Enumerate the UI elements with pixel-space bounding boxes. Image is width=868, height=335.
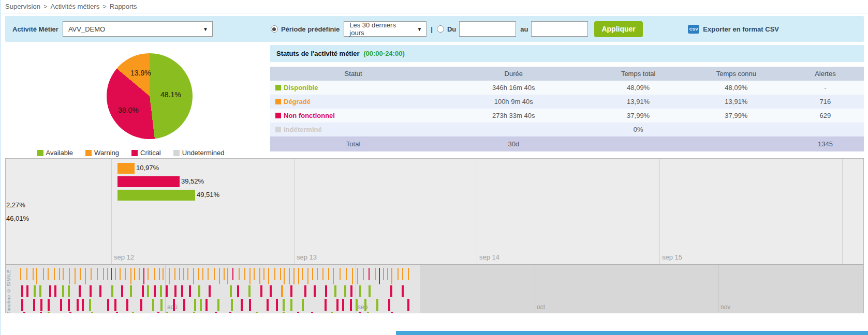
event-tick — [357, 268, 358, 284]
event-tick — [75, 268, 76, 284]
total-cell — [591, 136, 686, 151]
event-tick — [293, 268, 295, 284]
status-cell-total: 48,09% — [591, 81, 686, 95]
event-tick — [239, 268, 240, 280]
status-cell-duration: 100h 9m 40s — [436, 95, 591, 109]
timeline-overview-band[interactable]: Timeline © SIMILE aoûsepoctnov — [6, 264, 863, 313]
overview-future-shade — [420, 265, 863, 313]
event-tick — [20, 268, 21, 280]
legend-item-critical: Critical — [131, 149, 161, 157]
event-tick — [169, 268, 170, 284]
legend-label: Available — [46, 149, 73, 157]
from-date-input[interactable] — [459, 21, 516, 37]
event-tick — [157, 312, 159, 313]
event-tick — [198, 268, 199, 280]
event-tick — [54, 285, 56, 297]
activity-select[interactable]: AVV_DEMO ▼ — [63, 21, 213, 37]
event-tick — [193, 268, 194, 284]
export-csv-link[interactable]: CSV Exporter en format CSV — [688, 25, 779, 34]
event-tick — [179, 268, 180, 280]
timeline-bar-label: 49,51% — [197, 191, 219, 199]
day-gridline — [477, 159, 477, 264]
day-label: sep 13 — [297, 253, 317, 261]
day-label: sep 14 — [479, 253, 499, 261]
event-tick — [260, 285, 262, 297]
event-tick — [97, 268, 98, 280]
event-tick — [183, 268, 184, 280]
status-color-square — [275, 127, 281, 132]
total-cell: 1345 — [787, 136, 864, 151]
status-cell-duration: 273h 33m 40s — [436, 109, 591, 123]
timeline-bar-label: 39,52% — [181, 177, 204, 185]
chevron-down-icon: ▼ — [417, 26, 422, 32]
col-temps-total: Temps total — [591, 67, 686, 81]
custom-period-radio[interactable] — [437, 25, 444, 33]
event-tick — [121, 285, 123, 297]
event-tick — [54, 268, 55, 280]
event-tick — [391, 268, 392, 284]
event-tick — [107, 299, 109, 311]
period-select[interactable]: Les 30 derniers jours ▼ — [344, 21, 426, 37]
predefined-period-label: Période prédéfinie — [281, 25, 340, 33]
predefined-period-radio[interactable] — [271, 25, 278, 33]
event-tick — [328, 268, 329, 280]
event-tick — [363, 268, 364, 280]
event-tick — [219, 268, 220, 284]
breadcrumb-supervision[interactable]: Supervision — [5, 3, 40, 10]
event-tick — [336, 299, 339, 311]
event-tick — [256, 312, 258, 313]
event-tick — [331, 312, 333, 313]
event-tick — [317, 268, 318, 280]
event-tick — [367, 312, 369, 313]
event-tick — [154, 268, 155, 280]
event-tick — [200, 299, 202, 311]
event-tick — [263, 268, 264, 280]
separator: | — [431, 25, 433, 33]
status-row-3: Non fonctionnel273h 33m 40s37,99%37,99%6… — [270, 109, 864, 123]
event-tick — [166, 285, 168, 297]
breadcrumb-activites-metiers[interactable]: Activités métiers — [51, 3, 100, 10]
event-tick — [289, 268, 290, 284]
legend-item-undetermined: Undetermined — [173, 149, 225, 157]
horizontal-scrollbar[interactable] — [396, 331, 868, 335]
timeline-bar-available — [117, 190, 195, 201]
month-label: nov — [720, 303, 730, 311]
event-tick — [130, 285, 132, 297]
event-tick — [227, 268, 228, 284]
clipped-bar-label: 2,27% — [6, 201, 25, 209]
event-tick — [166, 312, 168, 313]
event-tick — [383, 268, 384, 280]
status-table-title-time: (00:00-24:00) — [363, 50, 405, 57]
apply-button[interactable]: Appliquer — [594, 21, 642, 37]
status-cell-alerts: - — [787, 81, 864, 95]
event-tick — [33, 268, 34, 280]
event-tick — [334, 285, 336, 297]
to-label: au — [520, 25, 528, 33]
event-tick — [59, 268, 60, 280]
event-tick — [290, 299, 292, 311]
event-tick — [174, 268, 175, 280]
month-gridline — [718, 265, 719, 313]
legend-color-swatch — [85, 150, 92, 156]
status-table: Statut Durée Temps total Temps connu Ale… — [270, 67, 864, 151]
status-color-square — [275, 113, 281, 118]
event-tick — [209, 285, 211, 297]
event-tick — [241, 299, 243, 311]
event-tick — [90, 285, 92, 297]
simile-credit[interactable]: Timeline © SIMILE — [6, 266, 11, 313]
timeline-main-band[interactable]: 2,27% 46,01% sep 12sep 13sep 14sep 1510,… — [6, 159, 863, 264]
event-tick — [283, 312, 285, 313]
to-date-input[interactable] — [531, 21, 588, 37]
event-tick — [43, 268, 44, 280]
filter-bar: Activité Métier AVV_DEMO ▼ Période prédé… — [5, 16, 864, 42]
breadcrumb-separator: > — [102, 3, 107, 10]
status-row-1: Disponible346h 16m 40s48,09%48,09%- — [270, 81, 864, 95]
event-tick — [142, 285, 144, 297]
event-tick — [21, 285, 23, 297]
event-tick — [48, 312, 50, 313]
event-tick — [342, 299, 344, 311]
breadcrumb-rapports[interactable]: Rapports — [110, 3, 137, 10]
event-tick — [189, 285, 191, 297]
event-tick — [244, 268, 245, 280]
timeline-bar-critical — [117, 176, 180, 187]
